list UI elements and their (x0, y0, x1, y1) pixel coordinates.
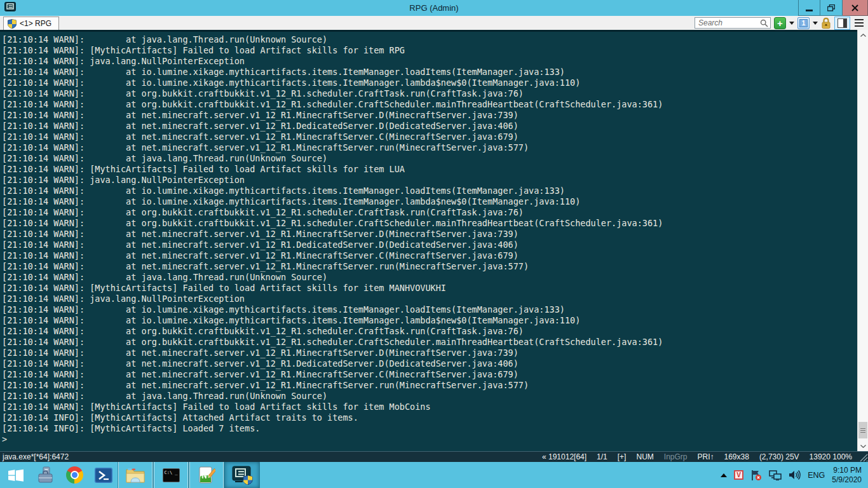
search-placeholder: Search (698, 18, 760, 27)
tab-rpg[interactable]: <1> RPG (3, 17, 59, 30)
console-line: [21:10:14 INFO]: [MythicArtifacts] Attac… (2, 412, 857, 423)
panel-toggle-icon (837, 18, 847, 28)
status-item[interactable]: NUM (636, 452, 653, 461)
new-console-dropdown-icon[interactable] (789, 22, 794, 27)
scrollbar[interactable] (857, 30, 868, 451)
command-prompt-icon: C:\ _ (163, 468, 180, 482)
scroll-up-button[interactable] (858, 30, 868, 40)
console-line: [21:10:14 WARN]: at org.bukkit.craftbukk… (2, 99, 857, 110)
action-center-flag-icon[interactable] (750, 470, 762, 481)
status-item[interactable]: PRI↑ (697, 452, 714, 461)
taskbar-item-chrome[interactable] (60, 462, 89, 488)
restore-icon (827, 4, 835, 11)
status-item[interactable]: « 191012[64] (542, 452, 587, 461)
window-controls (798, 0, 868, 16)
windows-logo-icon (8, 469, 24, 482)
taskbar-item-notepad-plus-plus[interactable] (189, 462, 224, 488)
status-item[interactable]: 169x38 (724, 452, 749, 461)
tab-bar: <1> RPG Search + 1 (0, 16, 868, 30)
console-output[interactable]: [21:10:14 WARN]: at java.lang.Thread.run… (0, 30, 857, 451)
window-title: RPG (Admin) (0, 0, 868, 16)
language-indicator[interactable]: ENG (808, 471, 825, 480)
status-item[interactable]: 13920 100% (810, 452, 852, 461)
show-hidden-icons-button[interactable] (721, 470, 727, 477)
scroll-down-button[interactable] (858, 441, 868, 451)
clock[interactable]: 9:10 PM 5/9/2020 (832, 466, 862, 485)
console-line: [21:10:14 WARN]: java.lang.NullPointerEx… (2, 175, 857, 186)
console-line: [21:10:14 WARN]: at net.minecraft.server… (2, 229, 857, 240)
taskbar-item-powershell[interactable] (89, 462, 118, 488)
active-console-button[interactable]: 1 (797, 17, 810, 29)
speaker-icon[interactable] (789, 470, 801, 480)
console-line: [21:10:14 WARN]: [MythicArtifacts] Faile… (2, 45, 857, 56)
restore-button[interactable] (820, 0, 843, 16)
start-button[interactable] (0, 462, 32, 488)
lock-icon[interactable] (821, 17, 831, 29)
console-line: [21:10:14 WARN]: at io.lumine.xikage.myt… (2, 196, 857, 207)
console-line: [21:10:14 WARN]: at io.lumine.xikage.myt… (2, 186, 857, 196)
notepad-plus-plus-icon (198, 466, 215, 484)
close-button[interactable] (843, 0, 868, 16)
console-line: [21:10:14 WARN]: at org.bukkit.craftbukk… (2, 88, 857, 99)
console-line: [21:10:14 WARN]: [MythicArtifacts] Faile… (2, 402, 857, 412)
console-line: [21:10:14 WARN]: at org.bukkit.craftbukk… (2, 207, 857, 218)
minimize-icon (806, 10, 813, 11)
console-line: [21:10:14 WARN]: at org.bukkit.craftbukk… (2, 326, 857, 337)
console-line: [21:10:14 INFO]: [MythicArtifacts] Loade… (2, 423, 857, 434)
status-item[interactable]: (2,730) 25V (759, 452, 799, 461)
powershell-icon (94, 467, 113, 484)
console-line: [21:10:14 WARN]: at java.lang.Thread.run… (2, 153, 857, 164)
console-line: > (2, 434, 857, 445)
console-line: [21:10:14 WARN]: at java.lang.Thread.run… (2, 391, 857, 402)
v-app-tray-icon[interactable]: V (734, 470, 743, 480)
console-line: [21:10:14 WARN]: at net.minecraft.server… (2, 358, 857, 369)
conemu-admin-icon (231, 466, 253, 485)
console-line: [21:10:14 WARN]: at net.minecraft.server… (2, 380, 857, 391)
console-line: [21:10:14 WARN]: at java.lang.Thread.run… (2, 34, 857, 45)
chevron-down-icon (860, 445, 866, 448)
console-line: [21:10:14 WARN]: at net.minecraft.server… (2, 121, 857, 132)
taskbar-item-server-manager[interactable] (32, 462, 60, 488)
chrome-icon (66, 466, 83, 484)
server-manager-icon (37, 466, 56, 484)
console-line: [21:10:14 WARN]: at org.bukkit.craftbukk… (2, 337, 857, 348)
close-icon (851, 4, 858, 11)
menu-button[interactable] (853, 18, 865, 28)
console-line: [21:10:14 WARN]: at net.minecraft.server… (2, 240, 857, 250)
console-line: [21:10:14 WARN]: [MythicArtifacts] Faile… (2, 283, 857, 294)
search-icon (760, 19, 768, 27)
console-line: [21:10:14 WARN]: at net.minecraft.server… (2, 250, 857, 261)
console-line: [21:10:14 WARN]: at net.minecraft.server… (2, 132, 857, 142)
status-item[interactable]: [+] (618, 452, 627, 461)
chevron-up-icon (860, 34, 866, 37)
minimize-button[interactable] (798, 0, 820, 16)
resize-grip-icon[interactable] (858, 452, 868, 462)
system-tray: V ENG 9:10 PM 5/9/2020 (721, 462, 868, 488)
console-line: [21:10:14 WARN]: at java.lang.Thread.run… (2, 272, 857, 283)
console-line: [21:10:14 WARN]: java.lang.NullPointerEx… (2, 56, 857, 67)
view-toggle-button[interactable] (834, 17, 850, 30)
network-icon[interactable] (769, 470, 782, 480)
active-console-number: 1 (799, 19, 808, 27)
clock-time: 9:10 PM (832, 466, 862, 475)
console-region: [21:10:14 WARN]: at java.lang.Thread.run… (0, 30, 868, 451)
status-bar: java.exe*[*64]:6472 « 191012[64]1/1[+]NU… (0, 451, 868, 462)
process-label: java.exe*[*64]:6472 (0, 452, 542, 461)
new-console-button[interactable]: + (774, 17, 786, 29)
file-explorer-icon (125, 467, 146, 484)
console-line: [21:10:14 WARN]: java.lang.NullPointerEx… (2, 294, 857, 304)
console-line: [21:10:14 WARN]: at io.lumine.xikage.myt… (2, 78, 857, 88)
scrollbar-thumb[interactable] (858, 422, 867, 438)
tab-bar-tools: Search + 1 (695, 16, 868, 30)
status-item[interactable]: 1/1 (597, 452, 607, 461)
tab-label: <1> RPG (20, 19, 51, 28)
search-input[interactable]: Search (695, 17, 771, 29)
status-item[interactable]: InpGrp (664, 452, 688, 461)
conemu-logo-icon (4, 2, 16, 15)
console-line: [21:10:14 WARN]: at net.minecraft.server… (2, 369, 857, 380)
taskbar-item-file-explorer[interactable] (118, 462, 153, 488)
console-list-dropdown-icon[interactable] (813, 22, 818, 27)
taskbar-item-conemu-active[interactable] (224, 462, 260, 488)
taskbar-item-command-prompt[interactable]: C:\ _ (153, 462, 189, 488)
console-line: [21:10:14 WARN]: [MythicArtifacts] Faile… (2, 164, 857, 175)
